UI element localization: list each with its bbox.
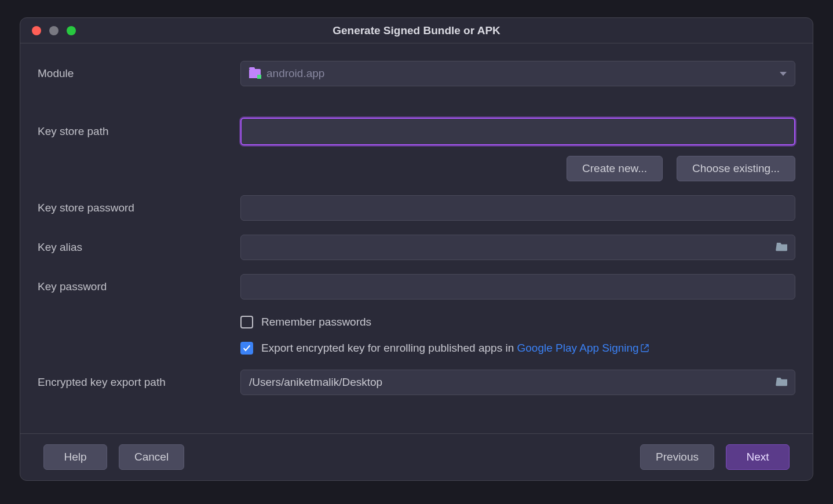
dialog-content: Module android.app Key store path Create…: [20, 43, 813, 433]
encrypted-export-path-input[interactable]: /Users/aniketmalik/Desktop: [240, 370, 795, 395]
keystore-path-label: Key store path: [38, 119, 240, 144]
keystore-password-input[interactable]: [240, 195, 795, 221]
help-button[interactable]: Help: [43, 444, 107, 470]
window-controls: [20, 26, 76, 35]
dialog-title: Generate Signed Bundle or APK: [20, 24, 813, 37]
next-button[interactable]: Next: [726, 444, 790, 470]
keystore-password-label: Key store password: [38, 195, 240, 221]
export-encrypted-label: Export encrypted key for enrolling publi…: [261, 341, 649, 356]
remember-passwords-label: Remember passwords: [261, 315, 371, 330]
cancel-button[interactable]: Cancel: [119, 444, 184, 470]
choose-existing-button[interactable]: Choose existing...: [677, 156, 795, 181]
export-encrypted-row[interactable]: Export encrypted key for enrolling publi…: [240, 341, 795, 356]
dialog-footer: Help Cancel Previous Next: [20, 433, 813, 480]
keystore-path-input[interactable]: [240, 118, 795, 145]
keystore-path-actions: Create new... Choose existing...: [240, 156, 795, 181]
key-alias-input[interactable]: [240, 235, 795, 260]
remember-passwords-checkbox[interactable]: [240, 316, 253, 328]
key-password-input[interactable]: [240, 274, 795, 300]
create-new-button[interactable]: Create new...: [567, 156, 663, 181]
remember-passwords-row[interactable]: Remember passwords: [240, 315, 795, 330]
chevron-down-icon: [780, 72, 787, 76]
module-value: android.app: [266, 67, 324, 80]
folder-open-icon[interactable]: [776, 241, 788, 254]
close-window-button[interactable]: [32, 26, 41, 35]
encrypted-export-path-label: Encrypted key export path: [38, 370, 240, 395]
maximize-window-button[interactable]: [67, 26, 76, 35]
external-link-icon: [639, 342, 649, 354]
google-play-signing-link[interactable]: Google Play App Signing: [517, 342, 638, 354]
module-label: Module: [38, 61, 240, 86]
key-alias-label: Key alias: [38, 235, 240, 260]
titlebar: Generate Signed Bundle or APK: [20, 18, 813, 43]
module-dropdown[interactable]: android.app: [240, 61, 795, 86]
previous-button[interactable]: Previous: [640, 444, 714, 470]
key-password-label: Key password: [38, 274, 240, 300]
minimize-window-button[interactable]: [49, 26, 59, 35]
folder-open-icon[interactable]: [776, 376, 788, 389]
dialog-generate-signed-bundle: Generate Signed Bundle or APK Module and…: [20, 17, 813, 481]
export-encrypted-checkbox[interactable]: [240, 342, 253, 355]
module-folder-icon: [249, 69, 261, 78]
